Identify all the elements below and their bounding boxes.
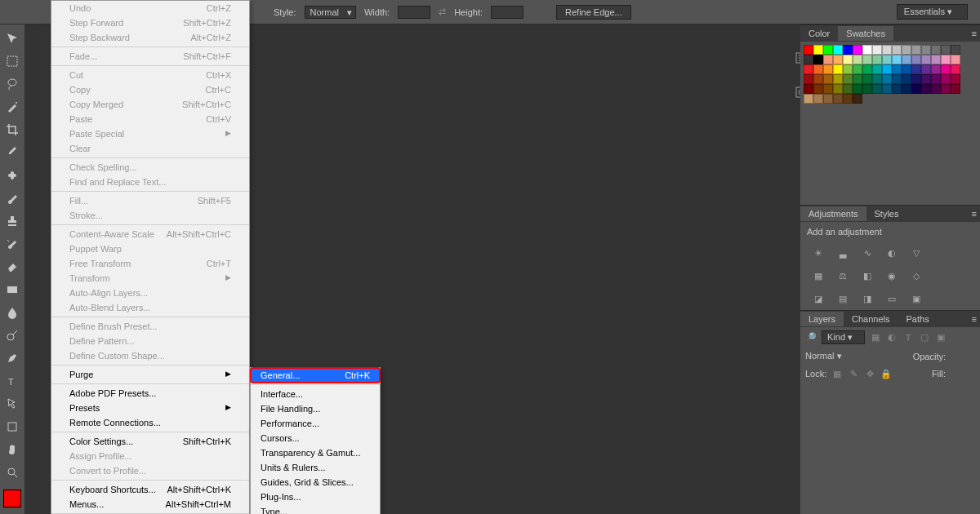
type-tool-icon[interactable]: T <box>3 372 21 390</box>
swatch[interactable] <box>813 64 823 74</box>
menu-item[interactable]: Keyboard Shortcuts...Alt+Shift+Ctrl+K <box>51 482 249 497</box>
swatch[interactable] <box>941 55 951 64</box>
threshold-icon[interactable]: ◨ <box>861 292 874 305</box>
menu-item[interactable]: Step BackwardAlt+Ctrl+Z <box>51 30 249 45</box>
swatch[interactable] <box>813 45 823 55</box>
swatch[interactable] <box>804 64 813 74</box>
menu-item[interactable]: Clear <box>51 141 249 156</box>
menu-item[interactable]: Puppet Warp <box>51 241 249 256</box>
exposure-icon[interactable]: ◐ <box>885 246 898 259</box>
gradient-map-icon[interactable]: ▭ <box>885 292 898 305</box>
tab-color[interactable]: Color <box>800 26 838 41</box>
tab-swatches[interactable]: Swatches <box>838 26 893 41</box>
menu-item[interactable]: Define Custom Shape... <box>51 348 249 363</box>
menu-item[interactable]: Define Brush Preset... <box>51 319 249 334</box>
zoom-tool-icon[interactable] <box>3 463 21 481</box>
move-tool-icon[interactable] <box>3 29 21 47</box>
swatch[interactable] <box>931 64 941 74</box>
swatch[interactable] <box>833 94 843 104</box>
submenu-item[interactable]: Plug-Ins... <box>251 490 380 504</box>
panel-menu-icon[interactable]: ≡ <box>972 314 977 324</box>
swatch[interactable] <box>833 64 843 74</box>
swatch[interactable] <box>823 64 833 74</box>
swatch[interactable] <box>921 45 931 55</box>
blur-tool-icon[interactable] <box>3 304 21 321</box>
swatch[interactable] <box>843 84 853 94</box>
swatch[interactable] <box>823 45 833 55</box>
swatch[interactable] <box>853 84 862 94</box>
tab-layers[interactable]: Layers <box>800 312 844 326</box>
swatch[interactable] <box>902 64 911 74</box>
filter-type-icon[interactable]: T <box>902 332 914 343</box>
marquee-tool-icon[interactable] <box>3 52 21 70</box>
swatch[interactable] <box>931 55 941 64</box>
swatch[interactable] <box>951 45 960 55</box>
swatch[interactable] <box>951 84 960 94</box>
swatch[interactable] <box>853 64 862 74</box>
swatch[interactable] <box>902 74 911 84</box>
swatch[interactable] <box>911 74 921 84</box>
menu-item[interactable]: Remote Connections... <box>51 415 249 430</box>
submenu-item[interactable]: General...Ctrl+K <box>251 368 380 383</box>
tab-channels[interactable]: Channels <box>844 312 898 326</box>
swatch[interactable] <box>853 55 862 64</box>
swatch[interactable] <box>911 84 921 94</box>
lock-pos-icon[interactable]: ✥ <box>864 368 875 379</box>
swatch[interactable] <box>813 94 823 104</box>
swatch[interactable] <box>931 84 941 94</box>
shape-tool-icon[interactable] <box>3 418 21 436</box>
swatch[interactable] <box>911 55 921 64</box>
menu-item[interactable]: CutCtrl+X <box>51 68 249 82</box>
menu-item[interactable]: Fade...Shift+Ctrl+F <box>51 49 249 64</box>
swatch[interactable] <box>813 84 823 94</box>
width-field[interactable] <box>398 6 430 19</box>
swatch[interactable] <box>843 45 853 55</box>
menu-item[interactable]: UndoCtrl+Z <box>51 1 249 16</box>
menu-item[interactable]: Content-Aware ScaleAlt+Shift+Ctrl+C <box>51 227 249 241</box>
hand-tool-icon[interactable] <box>3 441 21 459</box>
menu-item[interactable]: Fill...Shift+F5 <box>51 193 249 208</box>
path-select-icon[interactable] <box>3 395 21 413</box>
lock-all-icon[interactable]: 🔒 <box>880 368 892 379</box>
swatches-grid[interactable] <box>804 45 977 104</box>
menu-item[interactable]: Assign Profile... <box>51 449 249 463</box>
swatch[interactable] <box>862 45 872 55</box>
submenu-item[interactable]: Interface... <box>251 387 380 401</box>
swatch[interactable] <box>833 74 843 84</box>
swap-icon[interactable]: ⇄ <box>439 7 446 17</box>
swatch[interactable] <box>804 45 813 55</box>
swatch[interactable] <box>882 64 892 74</box>
swatch[interactable] <box>804 55 813 64</box>
swatch[interactable] <box>872 64 882 74</box>
swatch[interactable] <box>872 45 882 55</box>
menu-item[interactable]: Find and Replace Text... <box>51 175 249 189</box>
menu-item[interactable]: Paste Special▶ <box>51 126 249 141</box>
swatch[interactable] <box>823 74 833 84</box>
style-select[interactable]: Normal ▾ <box>305 6 356 19</box>
swatch[interactable] <box>853 74 862 84</box>
submenu-item[interactable]: Cursors... <box>251 431 380 445</box>
swatch[interactable] <box>941 45 951 55</box>
stamp-tool-icon[interactable] <box>3 212 21 230</box>
filter-shape-icon[interactable]: ▢ <box>919 332 930 343</box>
swatch[interactable] <box>843 55 853 64</box>
eyedropper-tool-icon[interactable] <box>3 144 21 162</box>
menu-item[interactable]: Check Spelling... <box>51 160 249 175</box>
swatch[interactable] <box>892 84 902 94</box>
swatch[interactable] <box>931 45 941 55</box>
submenu-item[interactable]: File Handling... <box>251 401 380 416</box>
posterize-icon[interactable]: ▤ <box>836 292 849 305</box>
dodge-tool-icon[interactable] <box>3 326 21 344</box>
submenu-item[interactable]: Guides, Grid & Slices... <box>251 475 380 490</box>
submenu-item[interactable]: Transparency & Gamut... <box>251 445 380 460</box>
menu-item[interactable]: Adobe PDF Presets... <box>51 386 249 401</box>
swatch[interactable] <box>941 84 951 94</box>
swatch[interactable] <box>862 64 872 74</box>
swatch[interactable] <box>921 64 931 74</box>
menu-item[interactable]: Color Settings...Shift+Ctrl+K <box>51 434 249 449</box>
menu-item[interactable]: Auto-Align Layers... <box>51 286 249 300</box>
swatch[interactable] <box>902 45 911 55</box>
crop-tool-icon[interactable] <box>3 121 21 139</box>
wand-tool-icon[interactable] <box>3 98 21 116</box>
swatch[interactable] <box>892 74 902 84</box>
